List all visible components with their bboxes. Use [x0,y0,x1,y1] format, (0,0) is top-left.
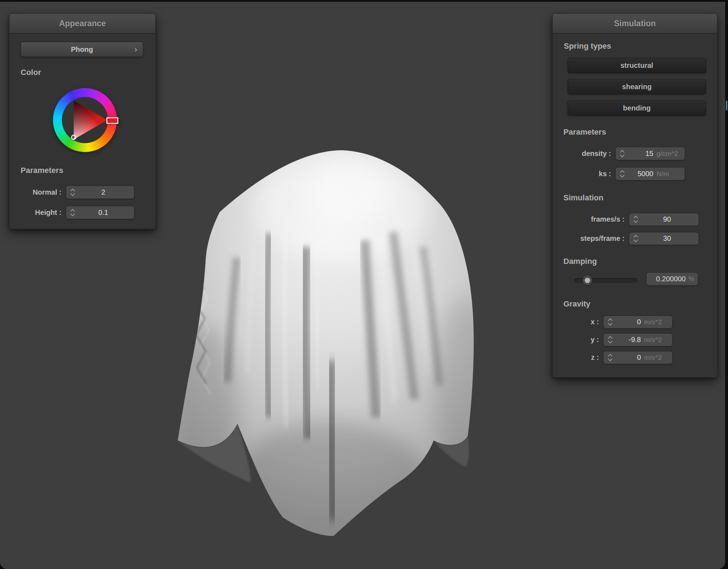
steps-stepper[interactable]: 30 [629,232,699,245]
stepper-arrows-icon[interactable] [606,336,614,344]
steps-row: steps/frame : 30 [553,232,717,245]
damping-label: Damping [563,257,597,266]
viewport-3d[interactable]: Appearance Phong › Color Parameters Norm… [0,2,725,569]
height-row: Height : 0.1 [10,206,155,219]
stepper-arrows-icon[interactable] [619,170,626,178]
gravity-z-value[interactable]: 0 [614,353,641,362]
window-top-edge [0,0,728,2]
damping-slider-knob[interactable] [583,276,592,285]
shader-dropdown-label: Phong [71,45,93,54]
height-stepper[interactable]: 0.1 [66,206,134,219]
gravity-y-unit: m/s^2 [641,336,669,344]
gravity-z-label: z : [553,353,603,362]
stepper-arrows-icon[interactable] [632,234,639,243]
height-value[interactable]: 0.1 [76,208,130,217]
structural-button[interactable]: structural [568,58,706,73]
hue-marker[interactable] [106,117,118,124]
appearance-panel-header[interactable]: Appearance [10,14,155,34]
shearing-button[interactable]: shearing [568,79,706,94]
color-section-label: Color [21,68,41,77]
window-right-edge [725,0,728,569]
normal-label: Normal : [10,188,66,196]
simulation-panel-header[interactable]: Simulation [553,14,717,34]
bending-button[interactable]: bending [568,101,706,115]
height-label: Height : [10,208,66,217]
cloth-render [164,140,498,545]
density-label: density : [553,150,615,158]
ks-value[interactable]: 5000 [626,170,653,178]
stepper-arrows-icon[interactable] [632,215,639,223]
appearance-parameters-label: Parameters [21,166,63,175]
density-row: density : 15 g/cm^2 [553,147,717,160]
frames-stepper[interactable]: 90 [629,213,699,226]
normal-stepper[interactable]: 2 [66,186,134,199]
stepper-arrows-icon[interactable] [69,188,76,196]
damping-value-box[interactable]: 0.200000 % [646,272,698,286]
density-value[interactable]: 15 [626,150,653,158]
gravity-x-stepper[interactable]: 0 m/s^2 [603,316,673,329]
gravity-y-row: y : -9.8 m/s^2 [553,333,717,346]
saturation-value-marker[interactable] [71,135,76,140]
gravity-z-stepper[interactable]: 0 m/s^2 [603,351,673,364]
gravity-y-value[interactable]: -9.8 [614,336,641,344]
gravity-z-row: z : 0 m/s^2 [553,351,717,364]
ks-row: ks : 5000 N/m [553,167,717,180]
ks-stepper[interactable]: 5000 N/m [615,167,685,180]
color-wheel[interactable] [53,88,117,152]
frames-label: frames/s : [553,215,629,223]
gravity-x-label: x : [553,318,603,326]
normal-value[interactable]: 2 [76,188,130,196]
gravity-y-stepper[interactable]: -9.8 m/s^2 [603,334,673,346]
stepper-arrows-icon[interactable] [606,353,614,362]
gravity-label: Gravity [563,299,590,309]
gravity-y-label: y : [553,336,603,344]
stepper-arrows-icon[interactable] [619,150,626,158]
appearance-panel: Appearance Phong › Color Parameters Norm… [9,13,156,229]
stepper-arrows-icon[interactable] [69,208,76,217]
normal-row: Normal : 2 [10,186,155,199]
density-stepper[interactable]: 15 g/cm^2 [615,147,685,160]
steps-label: steps/frame : [553,234,629,243]
simulation-parameters-label: Parameters [563,128,606,137]
density-unit: g/cm^2 [653,150,681,158]
shader-dropdown-button[interactable]: Phong › [21,42,143,57]
spring-types-label: Spring types [564,42,611,51]
simulation-panel-title: Simulation [614,19,656,28]
gravity-x-row: x : 0 m/s^2 [553,315,717,329]
appearance-panel-title: Appearance [59,19,106,28]
simulation-panel: Simulation Spring types structural shear… [552,13,717,378]
frames-value[interactable]: 90 [639,215,695,223]
gravity-x-value[interactable]: 0 [614,318,641,326]
gravity-x-unit: m/s^2 [641,318,669,326]
frames-row: frames/s : 90 [553,213,717,226]
damping-unit: % [686,275,694,283]
gravity-z-unit: m/s^2 [641,354,669,362]
damping-value: 0.200000 [650,275,686,283]
ks-label: ks : [553,170,615,178]
ks-unit: N/m [653,170,681,178]
stepper-arrows-icon[interactable] [606,318,614,326]
steps-value[interactable]: 30 [639,234,695,243]
simulation-section-label: Simulation [563,193,603,202]
scrollbar-thumb[interactable] [726,101,727,110]
